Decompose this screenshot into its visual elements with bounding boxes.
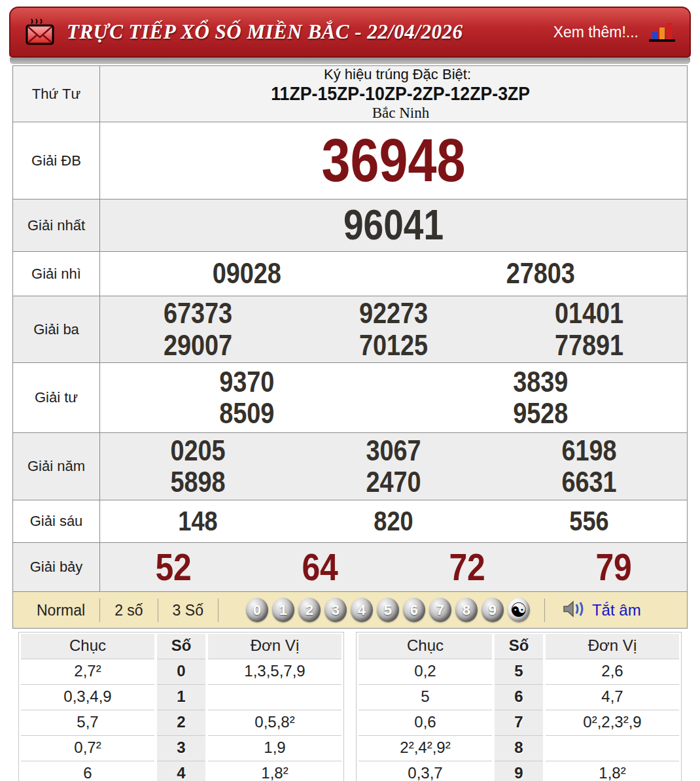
digit-ball-8[interactable]: 8: [455, 598, 478, 622]
col-header-digit: Số: [157, 634, 205, 659]
stats-row: 0,7² 3 1,9: [21, 736, 341, 761]
stats-table-left: Chục Số Đơn Vị 2,7² 0 1,3,5,7,9 0,3,4,9 …: [18, 632, 344, 781]
prize-value: 96041: [141, 202, 646, 248]
col-header-tens: Chục: [21, 634, 154, 659]
header-bottom-strip: [10, 58, 690, 64]
tens-cell: 0,3,4,9: [21, 685, 154, 710]
info-row: Thứ Tư Ký hiệu trúng Đặc Biệt: 11ZP-15ZP…: [13, 66, 687, 122]
see-more-link[interactable]: Xem thêm!...: [553, 24, 639, 41]
digit-ball-1[interactable]: 1: [272, 598, 294, 622]
digit-ball-2[interactable]: 2: [298, 598, 321, 622]
units-cell: 1,8²: [208, 761, 341, 781]
prize-value: 70125: [309, 330, 478, 361]
digit-ball-4[interactable]: 4: [351, 598, 373, 622]
prize-row-fifth: Giải năm 0205 3067 6198 5898 2470 6631: [13, 432, 687, 500]
digit-cell: 4: [157, 761, 205, 781]
tens-cell: 2,7²: [21, 659, 154, 685]
prize-label: Giải bảy: [13, 543, 100, 591]
bar-chart-icon[interactable]: [648, 21, 676, 43]
stats-row: 6 4 1,8²: [21, 761, 341, 781]
yin-yang-ball[interactable]: ☯: [508, 598, 530, 622]
prize-value: 9528: [414, 398, 667, 429]
digit-cell: 1: [157, 685, 205, 710]
stats-row: 5,7 2 0,5,8²: [21, 710, 341, 736]
units-cell: 0,5,8²: [208, 710, 341, 736]
toolbar-divider: [544, 599, 545, 622]
units-cell: 2,6: [546, 659, 679, 685]
prize-value: 0205: [114, 435, 282, 466]
mode-3-digits[interactable]: 3 Số: [158, 599, 219, 622]
digit-cell: 5: [495, 659, 543, 685]
tens-cell: 0,2: [359, 659, 492, 685]
prize-label: Giải ĐB: [13, 122, 100, 199]
col-header-units: Đơn Vị: [208, 634, 341, 659]
special-sign-codes: 11ZP-15ZP-10ZP-2ZP-12ZP-3ZP: [271, 83, 531, 105]
mode-2-digits[interactable]: 2 số: [100, 599, 158, 622]
prize-value: 5898: [114, 466, 282, 498]
lottery-page: TRỰC TIẾP XỔ SỐ MIỀN BẮC - 22/04/2026 Xe…: [0, 0, 700, 781]
results-table: Thứ Tư Ký hiệu trúng Đặc Biệt: 11ZP-15ZP…: [12, 65, 688, 592]
prize-value: 64: [257, 546, 383, 588]
digit-ball-3[interactable]: 3: [324, 598, 347, 622]
tens-cell: 6: [21, 761, 154, 781]
units-cell: [546, 736, 679, 761]
units-cell: [208, 685, 341, 710]
digit-cell: 8: [495, 736, 543, 761]
digit-cell: 0: [157, 659, 205, 685]
prize-row-second: Giải nhì 09028 27803: [13, 251, 687, 296]
digit-cell: 9: [495, 761, 543, 781]
stats-header-row: Chục Số Đơn Vị: [21, 634, 341, 659]
stats-row: 2,7² 0 1,3,5,7,9: [21, 659, 341, 685]
digit-ball-5[interactable]: 5: [377, 598, 399, 622]
prize-value: 556: [505, 506, 673, 536]
tens-cell: 5,7: [21, 710, 154, 736]
prize-value: 77891: [505, 330, 673, 361]
digit-ball-9[interactable]: 9: [481, 598, 504, 622]
col-header-units: Đơn Vị: [546, 634, 679, 659]
units-cell: 1,9: [208, 736, 341, 761]
lottery-widget: TRỰC TIẾP XỔ SỐ MIỀN BẮC - 22/04/2026 Xe…: [9, 7, 691, 781]
col-header-tens: Chục: [359, 634, 492, 659]
weekday-label: Thứ Tư: [13, 66, 100, 122]
prize-value: 9370: [120, 366, 373, 398]
stats-row: 0,3,7 9 1,8²: [359, 761, 679, 781]
prize-value: 3067: [309, 435, 478, 466]
page-title: TRỰC TIẾP XỔ SỐ MIỀN BẮC - 22/04/2026: [67, 20, 463, 44]
digit-cell: 2: [157, 710, 205, 736]
prize-row-special: Giải ĐB 36948: [13, 122, 687, 199]
digit-cell: 7: [495, 710, 543, 736]
prize-value: 52: [111, 546, 237, 588]
tens-cell: 0,7²: [21, 736, 154, 761]
units-cell: 1,3,5,7,9: [208, 659, 341, 685]
prize-row-fourth: Giải tư 9370 3839 8509 9528: [13, 362, 687, 432]
province-name: Bắc Ninh: [372, 105, 430, 122]
units-cell: 4,7: [546, 685, 679, 710]
tens-cell: 0,6: [359, 710, 492, 736]
digit-ball-7[interactable]: 7: [429, 598, 451, 622]
envelope-icon: [24, 18, 56, 46]
prize-row-first: Giải nhất 96041: [13, 199, 687, 251]
prize-value: 29007: [114, 330, 282, 361]
prize-value: 79: [550, 546, 676, 588]
digit-ball-0[interactable]: 0: [246, 598, 268, 622]
tens-cell: 2²,4²,9²: [359, 736, 492, 761]
mode-normal[interactable]: Normal: [22, 599, 100, 622]
mute-button[interactable]: Tắt âm: [562, 599, 641, 621]
prize-value: 3839: [414, 366, 667, 398]
prize-value: 148: [114, 506, 282, 536]
speaker-icon: [562, 599, 587, 621]
prize-value: 09028: [120, 258, 373, 289]
stats-row: 0,3,4,9 1: [21, 685, 341, 710]
digit-cell: 6: [495, 685, 543, 710]
tens-cell: 5: [359, 685, 492, 710]
special-sign-label: Ký hiệu trúng Đặc Biệt:: [324, 66, 471, 83]
stats-row: 0,6 7 0²,2,3²,9: [359, 710, 679, 736]
prize-label: Giải nhì: [13, 252, 100, 296]
prize-value: 72: [404, 546, 530, 588]
header: TRỰC TIẾP XỔ SỐ MIỀN BẮC - 22/04/2026 Xe…: [9, 7, 691, 58]
prize-value: 6198: [505, 435, 673, 466]
prize-value: 92273: [309, 298, 478, 329]
digit-ball-6[interactable]: 6: [403, 598, 425, 622]
stats-section: Chục Số Đơn Vị 2,7² 0 1,3,5,7,9 0,3,4,9 …: [18, 632, 682, 781]
prize-value: 27803: [414, 258, 667, 289]
